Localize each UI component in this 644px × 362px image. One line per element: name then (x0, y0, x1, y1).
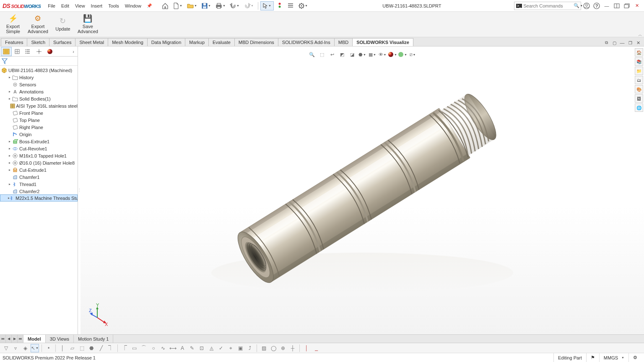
tree-item[interactable]: ▸Solid Bodies(1) (0, 95, 78, 102)
ribbon-save-advanced[interactable]: 💾SaveAdvanced (74, 13, 101, 36)
bt-text-icon[interactable]: A (178, 344, 187, 352)
view-tab-next-icon[interactable]: ▶ (12, 335, 18, 343)
cmd-tab-evaluate[interactable]: Evaluate (208, 38, 235, 46)
task-home-icon[interactable]: 🏠 (635, 48, 643, 57)
bt-center-icon[interactable]: ⊕ (279, 344, 287, 352)
tree-item[interactable]: Chamfer1 (0, 173, 78, 181)
bt-select-icon[interactable]: ↖▼ (31, 344, 39, 352)
menu-window[interactable]: Window (122, 2, 144, 10)
tile-h-button[interactable] (612, 1, 621, 10)
bt-ext1-icon[interactable]: ⬚ (78, 344, 86, 352)
bt-bend-icon[interactable]: ⏋ (106, 344, 115, 352)
tree-item[interactable]: ▸Thread1 (0, 181, 78, 188)
dimxpert-tab[interactable] (34, 47, 44, 56)
pin-icon[interactable]: 📌 (147, 3, 152, 8)
bt-face-icon[interactable]: ▱ (68, 344, 76, 352)
tree-item[interactable]: Top Plane (0, 116, 78, 124)
help-icon[interactable]: ? (592, 1, 601, 10)
bt-note-icon[interactable]: ✎ (188, 344, 196, 352)
redo-button[interactable]: ▼ (242, 1, 256, 10)
section-view-icon[interactable]: ◩ (338, 50, 347, 59)
view-tab-last-icon[interactable]: ⏭ (18, 335, 23, 343)
user-account-icon[interactable] (582, 1, 591, 10)
cmd-tab-mbd-dimensions[interactable]: MBD Dimensions (234, 38, 278, 46)
doc-minimize-icon[interactable]: — (619, 39, 626, 46)
print-button[interactable]: ▼ (214, 1, 227, 10)
task-file-explorer-icon[interactable]: 🗂 (635, 76, 643, 84)
view-tab-model[interactable]: Model (23, 335, 46, 343)
cmd-tab-mbd[interactable]: MBD (334, 38, 353, 46)
bt-filter2-icon[interactable]: ▿ (11, 344, 20, 352)
search-icon[interactable]: 🔍 (574, 3, 579, 8)
doc-window-new-icon[interactable]: ⧉ (603, 39, 610, 46)
cmd-tab-data-migration[interactable]: Data Migration (147, 38, 186, 46)
panel-more-chevron[interactable]: › (70, 49, 77, 54)
task-appearances-icon[interactable]: 🖼 (635, 94, 643, 103)
doc-restore-icon[interactable]: ❐ (627, 39, 634, 46)
bt-ext2-icon[interactable]: ⬣ (87, 344, 96, 352)
bt-red1-icon[interactable]: │ (302, 344, 311, 352)
ribbon-export-simple[interactable]: ⚡ExportSimple (2, 13, 24, 36)
save-button[interactable]: ▼ (200, 1, 213, 10)
bt-edge-icon[interactable]: ╱ (97, 344, 105, 352)
close-button[interactable]: ✕ (632, 1, 641, 10)
doc-window-tile-icon[interactable]: ▢ (611, 39, 618, 46)
search-commands[interactable]: >_ 🔍 ▼ (514, 2, 581, 10)
options-gear-button[interactable]: ▼ (296, 1, 310, 10)
tree-item[interactable]: Front Plane (0, 109, 78, 116)
bt-line-icon[interactable]: ⎾ (120, 344, 129, 352)
bt-point-icon[interactable]: • (44, 344, 53, 352)
new-doc-button[interactable]: ▼ (171, 1, 184, 10)
bt-filter-icon[interactable]: ▽ (2, 344, 10, 352)
select-tool-button[interactable]: ▼ (260, 1, 274, 10)
tree-item[interactable]: Right Plane (0, 124, 78, 131)
bt-dim-icon[interactable]: ⟷ (169, 344, 177, 352)
cmd-tab-mesh-modeling[interactable]: Mesh Modeling (108, 38, 148, 46)
orientation-triad[interactable]: Y X Z (89, 305, 110, 326)
status-units[interactable]: MMGS▼ (599, 353, 628, 362)
property-manager-tab[interactable] (12, 47, 23, 56)
bt-callout-icon[interactable]: ⤴ (246, 344, 254, 352)
cmd-tab-markup[interactable]: Markup (185, 38, 209, 46)
bt-filter3-icon[interactable]: ◈ (21, 344, 29, 352)
traffic-light-icon[interactable] (275, 1, 285, 10)
bt-weld-icon[interactable]: ⌖ (226, 344, 235, 352)
doc-close-icon[interactable]: ✕ (635, 39, 641, 46)
tree-item[interactable]: ▸Cut-Revolve1 (0, 145, 78, 152)
tree-item[interactable]: AISI Type 316L stainless steel (0, 102, 78, 109)
tree-item[interactable]: Origin (0, 131, 78, 138)
tree-item[interactable]: Chamfer2 (0, 188, 78, 195)
scene-icon[interactable]: ▼ (398, 50, 407, 59)
screen-capture-icon[interactable]: ⎚▼ (408, 50, 417, 59)
menu-view[interactable]: View (72, 2, 88, 10)
view-tab-3d-views[interactable]: 3D Views (46, 335, 74, 343)
display-tab[interactable] (44, 47, 55, 56)
appearance-icon[interactable]: ▼ (388, 50, 397, 59)
ribbon-export-advanced[interactable]: ⚙ExportAdvanced (24, 13, 52, 36)
status-rebuild-icon[interactable]: ⚑ (586, 353, 599, 362)
bt-centerline-icon[interactable]: ┼ (288, 344, 297, 352)
task-resources-icon[interactable]: 📚 (635, 57, 643, 66)
view-orientation-icon[interactable]: ⬣▼ (358, 50, 367, 59)
bt-hatch-icon[interactable]: ▨ (260, 344, 268, 352)
bt-balloon-icon[interactable]: ◯ (269, 344, 278, 352)
menu-insert[interactable]: Insert (88, 2, 106, 10)
view-tab-first-icon[interactable]: ⏮ (0, 335, 6, 343)
hide-show-icon[interactable]: 👁▼ (378, 50, 387, 59)
zoom-fit-icon[interactable]: 🔍 (307, 50, 317, 59)
tree-item[interactable]: ▸History (0, 74, 78, 81)
home-icon[interactable] (160, 1, 170, 10)
view-tab-prev-icon[interactable]: ◀ (6, 335, 12, 343)
cmd-tab-solidworks-add-ins[interactable]: SOLIDWORKS Add-Ins (278, 38, 335, 46)
tree-item[interactable]: ▸AAnnotations (0, 88, 78, 95)
tree-item[interactable]: ▸Boss-Extrude1 (0, 138, 78, 145)
tree-root[interactable]: UBW-21161-48823 (Machined) (0, 67, 78, 74)
menu-edit[interactable]: Edit (58, 2, 72, 10)
tree-item[interactable]: ▸M16x1.0 Tapped Hole1 (0, 152, 78, 159)
status-settings-icon[interactable]: ⚙ (628, 353, 641, 362)
bt-gtol-icon[interactable]: ⊡ (197, 344, 206, 352)
bt-rect-icon[interactable]: ▭ (130, 344, 138, 352)
configuration-tab[interactable] (23, 47, 34, 56)
search-input[interactable] (523, 3, 574, 8)
display-style-icon[interactable]: ▦▼ (368, 50, 377, 59)
